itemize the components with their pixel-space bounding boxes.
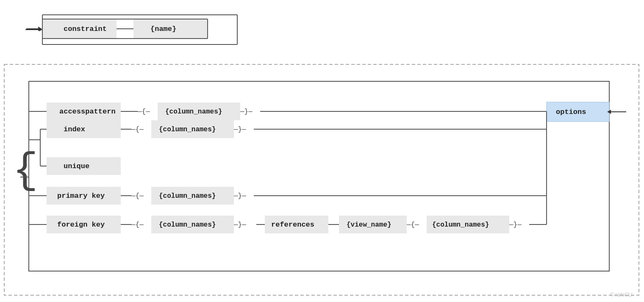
svg-text:{column_names}: {column_names} [159, 221, 216, 229]
svg-marker-7 [38, 27, 42, 31]
svg-text:—}—: —}— [233, 192, 246, 200]
svg-text:© railsCLI: © railsCLI [610, 292, 633, 298]
svg-text:references: references [271, 221, 314, 229]
svg-rect-15 [4, 64, 639, 295]
svg-text:—{—: —{— [131, 126, 144, 133]
svg-text:—{—: —{— [137, 108, 150, 116]
main-svg: { —{— —}— —{— [0, 0, 644, 302]
svg-text:—}—: —}— [233, 221, 246, 229]
svg-text:foreign key: foreign key [57, 221, 105, 229]
svg-text:options: options [556, 108, 586, 116]
svg-text:unique: unique [64, 162, 89, 170]
svg-text:{: { [13, 147, 38, 195]
svg-text:—{—: —{— [131, 192, 144, 200]
svg-text:—}—: —}— [233, 126, 246, 133]
svg-text:index: index [64, 125, 85, 133]
svg-text:—{—: —{— [131, 221, 144, 229]
svg-text:{column_names}: {column_names} [159, 192, 216, 200]
svg-text:{name}: {name} [150, 25, 176, 33]
svg-text:primary key: primary key [57, 192, 105, 200]
svg-text:{column_names}: {column_names} [432, 221, 489, 229]
svg-text:{view_name}: {view_name} [347, 221, 391, 229]
svg-text:constraint: constraint [64, 25, 107, 33]
svg-text:—}—: —}— [509, 221, 522, 229]
svg-text:—}—: —}— [240, 108, 253, 116]
svg-text:{column_names}: {column_names} [159, 126, 216, 133]
diagram: { —{— —}— —{— [0, 0, 644, 302]
svg-text:—{—: —{— [406, 221, 419, 229]
svg-text:{column_names}: {column_names} [165, 108, 222, 116]
svg-text:accesspattern: accesspattern [59, 108, 116, 116]
